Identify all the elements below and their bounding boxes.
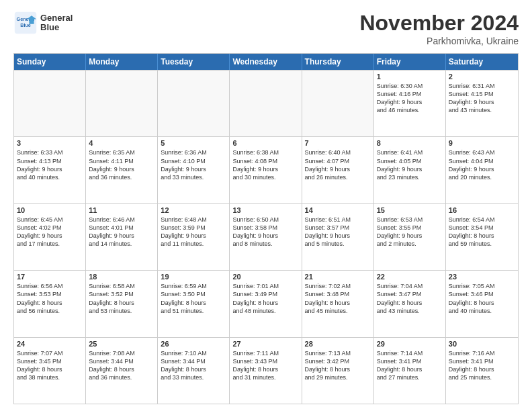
cell-info: Sunrise: 7:11 AM Sunset: 3:43 PM Dayligh… [232,349,298,382]
header-day-monday: Monday [86,54,158,70]
title-block: November 2024 Parkhomivka, Ukraine [359,11,519,46]
day-number: 21 [305,273,371,281]
calendar: SundayMondayTuesdayWednesdayThursdayFrid… [13,53,519,404]
day-number: 28 [305,340,371,348]
day-number: 10 [17,206,83,214]
header-day-friday: Friday [374,54,446,70]
logo: General Blue General Blue [13,11,73,35]
cal-cell-3-2: 19Sunrise: 6:59 AM Sunset: 3:50 PM Dayli… [158,271,230,336]
cal-cell-4-2: 26Sunrise: 7:10 AM Sunset: 3:44 PM Dayli… [158,338,230,404]
logo-icon: General Blue [13,11,38,35]
cal-cell-0-2 [158,71,230,136]
day-number: 12 [161,206,226,214]
cell-info: Sunrise: 7:01 AM Sunset: 3:49 PM Dayligh… [232,282,298,315]
cal-cell-0-3 [230,71,302,136]
cell-info: Sunrise: 6:40 AM Sunset: 4:07 PM Dayligh… [305,148,371,181]
cal-cell-4-1: 25Sunrise: 7:08 AM Sunset: 3:44 PM Dayli… [86,338,158,404]
cal-cell-1-6: 9Sunrise: 6:43 AM Sunset: 4:04 PM Daylig… [446,137,518,203]
header-day-saturday: Saturday [446,54,518,70]
cal-cell-2-3: 13Sunrise: 6:50 AM Sunset: 3:58 PM Dayli… [230,204,302,270]
cell-info: Sunrise: 6:30 AM Sunset: 4:16 PM Dayligh… [377,82,443,115]
cell-info: Sunrise: 6:36 AM Sunset: 4:10 PM Dayligh… [161,148,226,181]
cell-info: Sunrise: 6:48 AM Sunset: 3:59 PM Dayligh… [161,216,226,248]
cal-cell-2-2: 12Sunrise: 6:48 AM Sunset: 3:59 PM Dayli… [158,204,230,270]
header-day-wednesday: Wednesday [230,54,302,70]
day-number: 1 [377,73,443,81]
cal-cell-3-0: 17Sunrise: 6:56 AM Sunset: 3:53 PM Dayli… [14,271,86,336]
calendar-body: 1Sunrise: 6:30 AM Sunset: 4:16 PM Daylig… [14,70,518,404]
logo-text: General Blue [40,13,73,33]
cell-info: Sunrise: 6:54 AM Sunset: 3:54 PM Dayligh… [449,216,515,248]
cell-info: Sunrise: 7:14 AM Sunset: 3:41 PM Dayligh… [377,349,443,382]
cal-cell-2-0: 10Sunrise: 6:45 AM Sunset: 4:02 PM Dayli… [14,204,86,270]
day-number: 13 [232,206,298,214]
logo-line2: Blue [40,23,73,32]
header-day-sunday: Sunday [14,54,86,70]
cell-info: Sunrise: 6:38 AM Sunset: 4:08 PM Dayligh… [232,148,298,181]
cell-info: Sunrise: 7:07 AM Sunset: 3:45 PM Dayligh… [17,349,83,382]
day-number: 18 [89,273,154,281]
day-number: 29 [377,340,443,348]
cell-info: Sunrise: 7:10 AM Sunset: 3:44 PM Dayligh… [161,349,226,382]
day-number: 27 [232,340,298,348]
cell-info: Sunrise: 6:53 AM Sunset: 3:55 PM Dayligh… [377,216,443,248]
day-number: 5 [161,139,226,147]
day-number: 8 [377,139,443,147]
day-number: 14 [305,206,371,214]
cell-info: Sunrise: 7:05 AM Sunset: 3:46 PM Dayligh… [449,282,515,315]
day-number: 20 [232,273,298,281]
day-number: 23 [449,273,515,281]
cal-cell-0-0 [14,71,86,136]
cal-cell-2-4: 14Sunrise: 6:51 AM Sunset: 3:57 PM Dayli… [302,204,374,270]
day-number: 3 [17,139,83,147]
cal-cell-0-6: 2Sunrise: 6:31 AM Sunset: 4:15 PM Daylig… [446,71,518,136]
cal-cell-4-3: 27Sunrise: 7:11 AM Sunset: 3:43 PM Dayli… [230,338,302,404]
cal-cell-3-5: 22Sunrise: 7:04 AM Sunset: 3:47 PM Dayli… [374,271,446,336]
header: General Blue General Blue November 2024 … [13,11,519,46]
cal-cell-2-6: 16Sunrise: 6:54 AM Sunset: 3:54 PM Dayli… [446,204,518,270]
cal-cell-3-3: 20Sunrise: 7:01 AM Sunset: 3:49 PM Dayli… [230,271,302,336]
cal-cell-1-5: 8Sunrise: 6:41 AM Sunset: 4:05 PM Daylig… [374,137,446,203]
cell-info: Sunrise: 6:58 AM Sunset: 3:52 PM Dayligh… [89,282,154,315]
week-row-1: 1Sunrise: 6:30 AM Sunset: 4:16 PM Daylig… [14,70,518,136]
day-number: 4 [89,139,154,147]
cal-cell-4-6: 30Sunrise: 7:16 AM Sunset: 3:41 PM Dayli… [446,338,518,404]
cell-info: Sunrise: 6:43 AM Sunset: 4:04 PM Dayligh… [449,148,515,181]
cal-cell-2-1: 11Sunrise: 6:46 AM Sunset: 4:01 PM Dayli… [86,204,158,270]
header-day-thursday: Thursday [302,54,374,70]
day-number: 24 [17,340,83,348]
cal-cell-1-1: 4Sunrise: 6:35 AM Sunset: 4:11 PM Daylig… [86,137,158,203]
cell-info: Sunrise: 6:50 AM Sunset: 3:58 PM Dayligh… [232,216,298,248]
cal-cell-4-0: 24Sunrise: 7:07 AM Sunset: 3:45 PM Dayli… [14,338,86,404]
cell-info: Sunrise: 6:46 AM Sunset: 4:01 PM Dayligh… [89,216,154,248]
cal-cell-4-5: 29Sunrise: 7:14 AM Sunset: 3:41 PM Dayli… [374,338,446,404]
day-number: 25 [89,340,154,348]
location: Parkhomivka, Ukraine [359,36,519,46]
week-row-5: 24Sunrise: 7:07 AM Sunset: 3:45 PM Dayli… [14,337,518,404]
week-row-3: 10Sunrise: 6:45 AM Sunset: 4:02 PM Dayli… [14,203,518,270]
day-number: 15 [377,206,443,214]
cell-info: Sunrise: 6:35 AM Sunset: 4:11 PM Dayligh… [89,148,154,181]
day-number: 11 [89,206,154,214]
month-title: November 2024 [359,11,519,36]
calendar-header: SundayMondayTuesdayWednesdayThursdayFrid… [14,54,518,70]
day-number: 7 [305,139,371,147]
cal-cell-1-3: 6Sunrise: 6:38 AM Sunset: 4:08 PM Daylig… [230,137,302,203]
cell-info: Sunrise: 6:59 AM Sunset: 3:50 PM Dayligh… [161,282,226,315]
logo-line1: General [40,13,73,23]
cell-info: Sunrise: 6:33 AM Sunset: 4:13 PM Dayligh… [17,148,83,181]
day-number: 19 [161,273,226,281]
day-number: 16 [449,206,515,214]
cal-cell-0-4 [302,71,374,136]
cal-cell-3-1: 18Sunrise: 6:58 AM Sunset: 3:52 PM Dayli… [86,271,158,336]
header-day-tuesday: Tuesday [158,54,230,70]
cell-info: Sunrise: 6:51 AM Sunset: 3:57 PM Dayligh… [305,216,371,248]
day-number: 17 [17,273,83,281]
cell-info: Sunrise: 7:13 AM Sunset: 3:42 PM Dayligh… [305,349,371,382]
cell-info: Sunrise: 6:45 AM Sunset: 4:02 PM Dayligh… [17,216,83,248]
day-number: 22 [377,273,443,281]
cal-cell-1-2: 5Sunrise: 6:36 AM Sunset: 4:10 PM Daylig… [158,137,230,203]
week-row-2: 3Sunrise: 6:33 AM Sunset: 4:13 PM Daylig… [14,136,518,203]
cal-cell-3-6: 23Sunrise: 7:05 AM Sunset: 3:46 PM Dayli… [446,271,518,336]
cal-cell-0-1 [86,71,158,136]
